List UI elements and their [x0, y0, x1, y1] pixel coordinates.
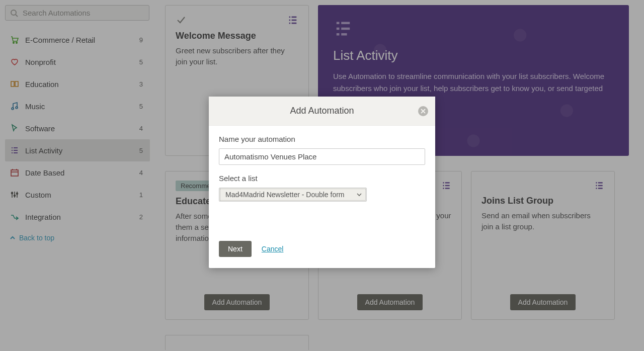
next-button[interactable]: Next [219, 241, 252, 257]
modal-close-button[interactable] [418, 106, 428, 116]
close-icon [421, 109, 426, 114]
list-select[interactable]: Mad4Madrid Newsletter - Double form [219, 188, 367, 202]
modal-body: Name your automation Select a list Mad4M… [209, 126, 435, 268]
list-label: Select a list [219, 174, 425, 183]
modal-header: Add Automation [209, 97, 435, 126]
add-automation-modal: Add Automation Name your automation Sele… [209, 97, 435, 268]
automation-name-input[interactable] [219, 148, 425, 165]
name-label: Name your automation [219, 135, 425, 143]
modal-overlay[interactable]: Add Automation Name your automation Sele… [0, 0, 644, 351]
modal-title: Add Automation [219, 106, 425, 116]
cancel-link[interactable]: Cancel [262, 245, 284, 253]
